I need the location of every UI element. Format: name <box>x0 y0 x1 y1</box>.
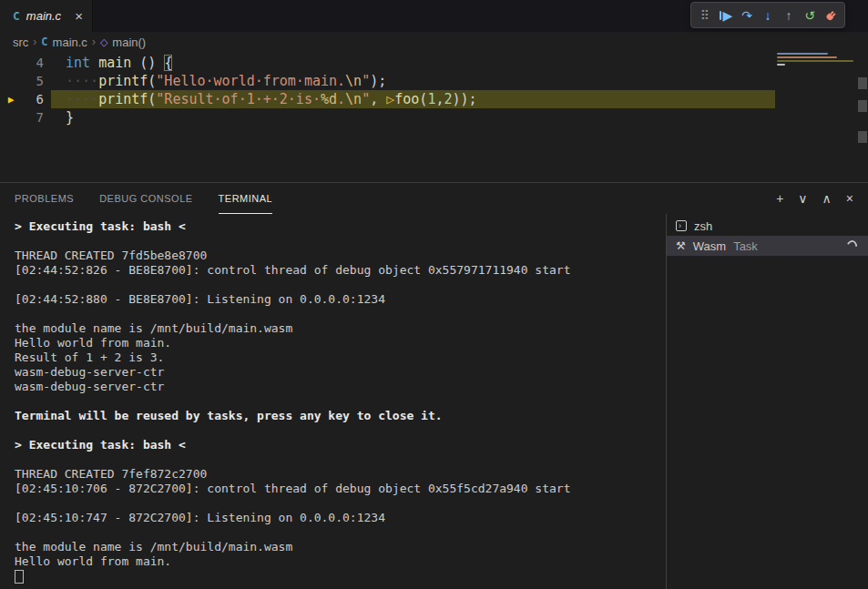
editor[interactable]: 4int main () {5····printf("Hello·world·f… <box>0 52 868 182</box>
symbol-method-icon: ◇ <box>100 36 107 48</box>
breadcrumb-item[interactable]: src <box>13 36 28 49</box>
terminal-line: THREAD CREATED 7fd5be8e8700 <box>15 249 666 263</box>
close-panel-button[interactable]: × <box>846 192 853 205</box>
terminal-list-description: Task <box>733 239 758 253</box>
tab-close-icon[interactable]: × <box>75 8 83 24</box>
terminal-list-item-wasm[interactable]: ⚒WasmTask <box>667 236 868 256</box>
overview-ruler <box>857 52 868 182</box>
breadcrumb-item[interactable]: ◇main() <box>100 36 146 49</box>
code-tokens: } <box>66 109 74 126</box>
drag-handle-icon: ⠿ <box>700 9 710 22</box>
code-token: ···· <box>66 73 98 89</box>
terminal-line: wasm-debug-server-ctr <box>15 380 666 394</box>
code-tokens: int main () { <box>66 55 172 71</box>
code-token: int <box>66 55 90 71</box>
panel-tab-debug-console[interactable]: DEBUG CONSOLE <box>99 183 192 214</box>
restart-icon: ↺ <box>804 9 815 22</box>
debug-toolbar: ⠿▶↷↓↑↺ <box>690 2 845 28</box>
code-token: printf <box>98 73 148 89</box>
code-token: ···· <box>66 91 98 107</box>
line-number[interactable]: 6 <box>22 92 44 107</box>
terminal-line: [02:45:10:706 - 872C2700]: control threa… <box>15 482 666 496</box>
overview-ruler-mark <box>858 100 867 112</box>
code-token: \n <box>345 73 362 89</box>
terminal-line: > Executing task: bash < <box>15 219 666 234</box>
step-out-button[interactable]: ↑ <box>779 5 799 25</box>
terminal-line: [02:44:52:826 - BE8E8700]: control threa… <box>15 263 666 278</box>
terminal-dropdown-button[interactable]: ∨ <box>798 192 807 205</box>
line-number[interactable]: 7 <box>22 110 44 125</box>
terminal-tabs-list: ›zsh⚒WasmTask <box>666 214 868 589</box>
code-token: } <box>66 109 74 126</box>
step-over-button[interactable]: ↷ <box>737 5 757 25</box>
breadcrumb-separator: › <box>33 36 36 48</box>
tab-main-c[interactable]: C main.c × <box>0 0 93 32</box>
panel-tab-problems[interactable]: PROBLEMS <box>15 183 74 214</box>
code-tokens: ····printf("Result·of·1·+·2·is·%d.\n", ▷… <box>66 91 477 107</box>
code-line: 7} <box>0 108 868 127</box>
breadcrumb: src›Cmain.c›◇main() <box>0 32 868 52</box>
code-line: 4int main () { <box>0 54 868 72</box>
code-token: () <box>131 55 164 71</box>
plug-icon <box>822 6 840 25</box>
terminal-line <box>15 525 666 540</box>
tools-icon: ⚒ <box>676 240 686 251</box>
terminal-output[interactable]: > Executing task: bash <THREAD CREATED 7… <box>0 214 666 589</box>
step-into-icon: ↓ <box>765 9 771 22</box>
code-token: " <box>362 73 370 89</box>
loading-spinner-icon <box>845 239 859 252</box>
breadcrumb-label: src <box>13 36 28 49</box>
breadcrumb-item[interactable]: Cmain.c <box>41 36 87 49</box>
code-token: " <box>362 91 370 107</box>
code-token: . <box>337 91 345 107</box>
step-into-button[interactable]: ↓ <box>758 5 778 25</box>
line-number[interactable]: 5 <box>22 74 44 88</box>
terminal-line <box>15 496 666 511</box>
panel-tabs: PROBLEMSDEBUG CONSOLETERMINAL <box>15 183 298 214</box>
code-line: ▶6····printf("Result·of·1·+·2·is·%d.\n",… <box>0 90 868 108</box>
terminal-list-item-zsh[interactable]: ›zsh <box>667 216 868 236</box>
code-token: ( <box>148 73 156 89</box>
code-token: , <box>370 91 386 107</box>
new-terminal-button[interactable]: + <box>776 192 783 205</box>
line-number[interactable]: 4 <box>22 56 44 70</box>
code-tokens: ····printf("Hello·world·from·main.\n"); <box>66 73 386 89</box>
code-token: printf <box>98 91 148 107</box>
breadcrumb-label: main.c <box>53 36 87 49</box>
continue-button[interactable]: ▶ <box>716 5 736 25</box>
editor-lines: 4int main () {5····printf("Hello·world·f… <box>0 52 868 127</box>
code-token <box>90 55 98 71</box>
terminal-list-label: Wasm <box>693 239 726 253</box>
minimap-line <box>777 53 828 55</box>
c-file-icon: C <box>41 36 47 48</box>
code-token: main <box>98 55 131 71</box>
terminal-line: > Executing task: bash < <box>15 438 666 452</box>
code-token: ( <box>148 91 156 107</box>
panel-tab-terminal[interactable]: TERMINAL <box>219 183 273 214</box>
terminal-line: THREAD CREATED 7fef872c2700 <box>15 467 666 482</box>
code-line: 5····printf("Hello·world·from·main.\n"); <box>0 72 868 90</box>
step-over-icon: ↷ <box>741 9 752 22</box>
maximize-panel-button[interactable]: ∧ <box>822 192 832 205</box>
drag-handle[interactable]: ⠿ <box>695 5 715 25</box>
tab-label: main.c <box>26 9 61 23</box>
minimap-line <box>777 64 785 66</box>
debug-current-arrow-icon: ▶ <box>0 94 22 106</box>
overview-ruler-mark <box>858 77 867 89</box>
terminal-line <box>15 278 666 292</box>
restart-button[interactable]: ↺ <box>800 5 820 25</box>
breadcrumb-separator: › <box>92 36 96 48</box>
terminal-list-label: zsh <box>694 219 712 233</box>
disconnect-button[interactable] <box>821 5 841 25</box>
panel-header: PROBLEMSDEBUG CONSOLETERMINAL +∨∧× <box>0 183 868 214</box>
code-token: foo <box>394 91 419 107</box>
bottom-panel: PROBLEMSDEBUG CONSOLETERMINAL +∨∧× > Exe… <box>0 182 868 589</box>
terminal-line: [02:44:52:880 - BE8E8700]: Listening on … <box>15 292 666 307</box>
code-token: %d <box>321 91 337 107</box>
minimap-line <box>777 56 837 58</box>
step-out-icon: ↑ <box>786 9 792 22</box>
minimap[interactable] <box>777 53 854 67</box>
terminal-icon: › <box>676 220 687 231</box>
panel-actions: +∨∧× <box>776 192 859 205</box>
minimap-line <box>777 60 853 62</box>
